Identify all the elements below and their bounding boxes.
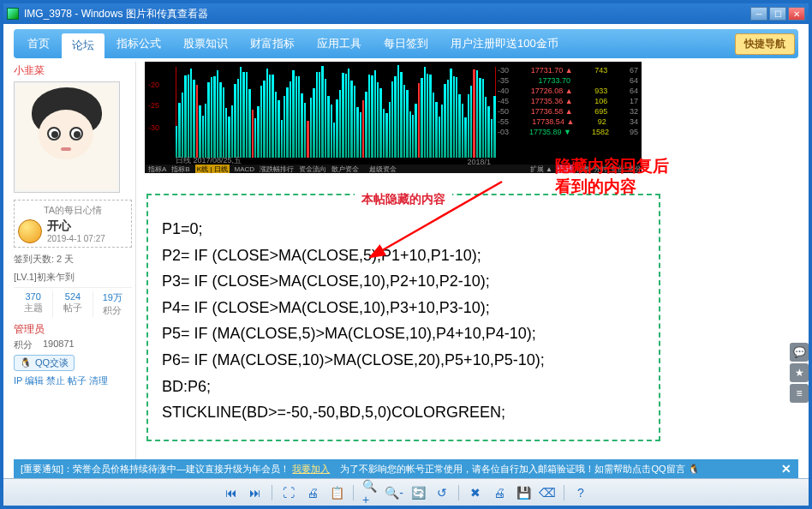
hidden-content-label: 本帖隐藏的内容 xyxy=(355,192,452,207)
mood-box: TA的每日心情 开心 2019-4-1 07:27 xyxy=(14,200,132,248)
minimize-button[interactable]: ─ xyxy=(750,7,767,21)
avatar[interactable] xyxy=(14,81,120,193)
toolbar-button[interactable]: 🖨 xyxy=(305,485,320,500)
notice-close-button[interactable]: ✕ xyxy=(781,462,791,476)
stat-cell[interactable]: 19万积分 xyxy=(93,291,132,317)
user-sidebar: 小韭菜 TA的每日心情 开心 2019-4-1 07:27 xyxy=(14,62,135,470)
user-nickname[interactable]: 小韭菜 xyxy=(14,63,132,78)
nav-tab[interactable]: 首页 xyxy=(17,32,60,56)
nav-tab[interactable]: 指标公式 xyxy=(106,32,171,56)
toolbar-button[interactable]: 🔄 xyxy=(410,485,426,500)
toolbar-button[interactable]: ⛶ xyxy=(281,485,296,500)
float-list-icon[interactable]: ≡ xyxy=(790,384,809,403)
toolbar-button[interactable]: ✖ xyxy=(468,485,483,500)
toolbar-button[interactable]: 💾 xyxy=(516,485,531,500)
join-link[interactable]: 我要加入 xyxy=(292,464,330,474)
stat-cell[interactable]: 524帖子 xyxy=(53,291,93,317)
nav-tab[interactable]: 用户注册即送100金币 xyxy=(440,32,569,56)
quicknav-button[interactable]: 快捷导航 xyxy=(735,33,795,55)
nav-bar: 首页论坛指标公式股票知识财富指标应用工具每日签到用户注册即送100金币快捷导航 xyxy=(14,29,798,58)
nav-tab[interactable]: 股票知识 xyxy=(173,32,238,56)
nav-tab[interactable]: 应用工具 xyxy=(307,32,372,56)
points-label: 积分 xyxy=(14,338,33,351)
toolbar-button[interactable]: 📋 xyxy=(329,485,344,500)
float-comment-icon[interactable]: 💬 xyxy=(790,343,809,362)
annotation-text: 隐藏内容回复后看到的内容 xyxy=(555,156,669,197)
toolbar-button[interactable]: 🔍+ xyxy=(362,485,378,500)
toolbar-button[interactable]: ⏭ xyxy=(248,485,263,500)
toolbar-button[interactable]: 🖨 xyxy=(492,485,507,500)
nav-tab[interactable]: 财富指标 xyxy=(240,32,305,56)
signin-days: 签到天数: 2 天 xyxy=(14,253,132,266)
user-level: [LV.1]初来乍到 xyxy=(14,271,132,284)
mood-name: 开心 xyxy=(47,219,105,234)
mood-face-icon xyxy=(18,219,42,243)
user-role: 管理员 xyxy=(14,322,132,337)
notice-bar: [重要通知]：荣誉会员价格持续待涨中—建议直接升级为年会员！ 我要加入 为了不影… xyxy=(14,459,798,478)
toolbar-button[interactable]: ⌫ xyxy=(540,485,555,500)
points-value: 190871 xyxy=(43,338,75,351)
nav-tab[interactable]: 论坛 xyxy=(62,33,104,58)
formula-code: P1=0;P2= IF (CLOSE>MA(CLOSE,5),P1+10,P1-… xyxy=(162,216,645,426)
mood-box-label: TA的每日心情 xyxy=(18,204,128,217)
window-titlebar: IMG_3978 - Windows 图片和传真查看器 ─ ☐ ✕ xyxy=(3,3,809,24)
close-button[interactable]: ✕ xyxy=(788,7,805,21)
float-star-icon[interactable]: ★ xyxy=(790,363,809,382)
stat-cell[interactable]: 370主题 xyxy=(14,291,53,317)
hidden-content-box: 隐藏内容回复后看到的内容 本帖隐藏的内容 P1=0;P2= IF (CLOSE>… xyxy=(146,194,660,441)
viewer-toolbar: ⏮⏭⛶🖨📋🔍+🔍-🔄↺✖🖨💾⌫? xyxy=(3,478,809,506)
qq-chat-button[interactable]: QQ交谈 xyxy=(14,355,75,371)
toolbar-button[interactable]: ↺ xyxy=(434,485,450,500)
maximize-button[interactable]: ☐ xyxy=(769,7,786,21)
app-icon xyxy=(7,8,19,20)
toolbar-button[interactable]: ⏮ xyxy=(224,485,239,500)
nav-tab[interactable]: 每日签到 xyxy=(373,32,439,56)
window-title: IMG_3978 - Windows 图片和传真查看器 xyxy=(24,7,208,21)
toolbar-button[interactable]: 🔍- xyxy=(386,485,402,500)
toolbar-button[interactable]: ? xyxy=(573,485,588,500)
ip-actions[interactable]: IP 编辑 禁止 帖子 清理 xyxy=(14,374,132,387)
